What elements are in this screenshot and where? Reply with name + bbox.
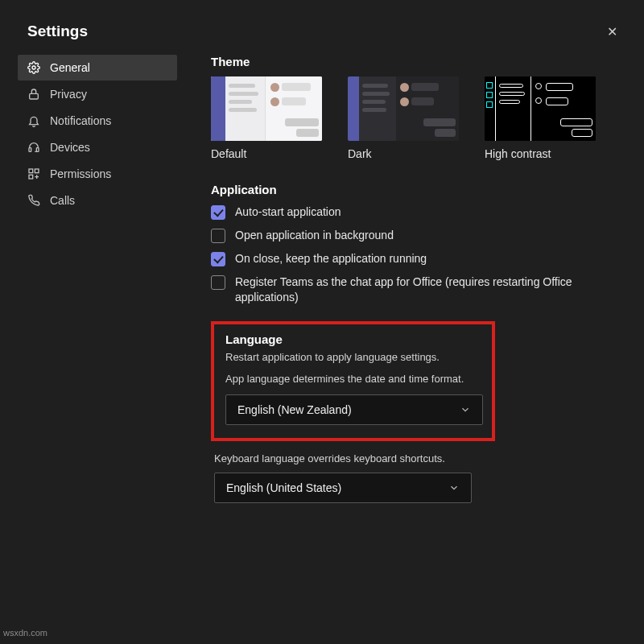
phone-icon [27,194,40,207]
theme-label: Dark [348,147,459,160]
sidebar: General Privacy Notifications Devices [18,55,187,503]
sidebar-item-label: General [50,61,90,74]
sidebar-item-label: Privacy [50,88,87,101]
select-value: English (United States) [226,481,341,494]
checkbox-icon [211,252,225,266]
keyboard-language-note: Keyboard language overrides keyboard sho… [211,452,621,464]
watermark: wsxdn.com [3,628,47,638]
app-language-select[interactable]: English (New Zealand) [225,394,483,425]
theme-thumb-high-contrast [485,76,596,141]
option-label: Register Teams as the chat app for Offic… [235,275,621,305]
option-auto-start[interactable]: Auto-start application [211,204,621,220]
page-title: Settings [27,23,88,40]
sidebar-item-devices[interactable]: Devices [18,134,177,160]
apps-icon [27,167,40,180]
language-restart-note: Restart application to apply language se… [225,351,481,363]
theme-option-high-contrast[interactable]: High contrast [485,76,596,160]
sidebar-item-label: Permissions [50,167,111,180]
option-register-teams[interactable]: Register Teams as the chat app for Offic… [211,275,621,305]
headset-icon [27,141,40,154]
select-value: English (New Zealand) [237,403,352,416]
sidebar-item-permissions[interactable]: Permissions [18,161,177,187]
keyboard-language-select[interactable]: English (United States) [214,473,472,503]
application-options: Auto-start application Open application … [211,204,621,305]
svg-rect-4 [29,169,33,173]
sidebar-item-label: Notifications [50,114,111,127]
settings-window: Settings ✕ General Privacy Notificati [0,0,644,644]
theme-label: High contrast [485,147,596,160]
language-heading: Language [225,332,481,346]
language-highlight: Language Restart application to apply la… [211,321,495,441]
titlebar: Settings ✕ [0,0,644,55]
option-label: On close, keep the application running [235,251,427,266]
svg-rect-3 [36,148,39,152]
close-icon[interactable]: ✕ [604,24,620,39]
sidebar-item-privacy[interactable]: Privacy [18,81,177,107]
theme-option-default[interactable]: Default [211,76,322,160]
sidebar-item-label: Devices [50,141,90,154]
checkbox-icon [211,275,225,290]
chevron-down-icon [448,482,460,493]
option-label: Auto-start application [235,204,341,220]
application-heading: Application [211,183,621,196]
theme-options: Default [211,76,621,160]
checkbox-icon [211,205,225,220]
language-app-note: App language determines the date and tim… [225,373,481,385]
sidebar-item-label: Calls [50,194,75,207]
sidebar-item-notifications[interactable]: Notifications [18,108,177,134]
bell-icon [27,114,40,127]
theme-thumb-default [211,76,322,141]
body: General Privacy Notifications Devices [0,55,644,503]
svg-rect-1 [30,93,39,99]
chevron-down-icon [460,404,471,415]
sidebar-item-general[interactable]: General [18,55,177,80]
svg-point-0 [32,66,35,69]
sidebar-item-calls[interactable]: Calls [18,188,177,213]
svg-rect-5 [35,169,39,173]
theme-thumb-dark [348,76,459,141]
theme-label: Default [211,147,322,160]
svg-rect-6 [29,175,33,179]
svg-rect-2 [29,148,31,152]
checkbox-icon [211,229,225,243]
option-on-close-running[interactable]: On close, keep the application running [211,251,621,266]
option-label: Open application in background [235,228,394,243]
gear-icon [27,61,40,74]
theme-heading: Theme [211,55,621,68]
lock-icon [27,88,40,101]
option-open-background[interactable]: Open application in background [211,228,621,243]
main-content: Theme [187,55,630,503]
theme-option-dark[interactable]: Dark [348,76,459,160]
